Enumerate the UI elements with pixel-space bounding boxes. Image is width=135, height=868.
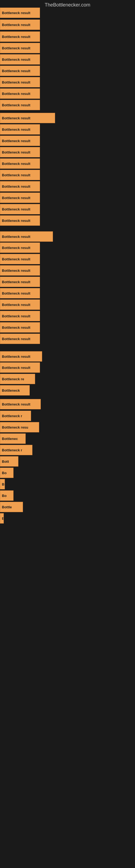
bottleneck-result-label: Bottleneck result [2,150,30,154]
bottleneck-result-bar: Bottleneck result [0,170,40,180]
bottleneck-result-label: Bottleneck result [2,219,30,223]
bottleneck-result-label: Bottleneck result [2,269,30,273]
bottleneck-result-label: Bottleneck r [2,414,22,418]
bottleneck-result-bar: Bottleneck result [0,231,53,242]
bottleneck-result-label: Bottleneck result [2,326,30,330]
bottleneck-result-bar: Bottleneck result [0,399,41,409]
bottleneck-result-label: Bottleneck result [2,35,30,39]
bottleneck-result-label: Bottlenec [2,437,18,441]
bottleneck-result-bar: Bottleneck result [0,265,40,276]
bottleneck-result-bar: Bottleneck result [0,193,40,203]
bottleneck-result-bar: Bottleneck result [0,31,40,42]
bottleneck-result-label: Bottleneck result [2,46,30,50]
bottleneck-result-label: Bottleneck result [2,80,30,84]
bottleneck-result-bar: Bottleneck result [0,204,40,214]
bottleneck-result-label: Bottleneck result [2,116,30,120]
bottleneck-result-label: Bottleneck result [2,23,30,27]
bottleneck-result-label: Bottleneck result [2,303,30,307]
bottleneck-result-bar: Bottleneck r [0,411,31,421]
bottleneck-result-bar: Bottleneck result [0,300,40,310]
bottleneck-result-bar: B [0,479,5,489]
bottleneck-result-bar: Bo [0,490,13,501]
bottleneck-result-label: Bottleneck result [2,207,30,211]
bottleneck-result-bar: Bottleneck result [0,243,40,253]
bottleneck-result-bar: Bottleneck result [0,181,40,191]
bottleneck-result-bar: Bottleneck r [0,445,32,455]
bottleneck-result-bar: Bottle [0,502,23,512]
bottleneck-result-bar: Bottleneck result [0,88,40,99]
bottleneck-result-label: Bottleneck result [2,139,30,143]
bottleneck-result-label: Bottleneck resu [2,425,28,429]
bottleneck-result-label: Bo [2,494,6,498]
bottleneck-result-label: Bottleneck result [2,69,30,73]
bottleneck-result-label: Bottleneck r [2,448,22,452]
bottleneck-result-label: Bottleneck result [2,246,30,250]
bottleneck-result-label: Bottleneck result [2,337,30,341]
bottleneck-result-bar: Bottleneck result [0,147,40,157]
bottleneck-result-label: Bottleneck result [2,92,30,96]
bottleneck-result-label: Bottleneck result [2,103,30,107]
bottleneck-result-bar: Bottleneck result [0,277,40,287]
bottleneck-result-label: Bottleneck result [2,291,30,296]
bottleneck-result-label: Bottleneck result [2,196,30,200]
bottleneck-result-label: Bottle [2,505,12,509]
bottleneck-result-bar: Bo [0,468,13,478]
bottleneck-result-label: Bottleneck result [2,173,30,177]
bottleneck-result-bar: Bottleneck result [0,362,40,373]
bottleneck-result-bar: Bottleneck result [0,288,40,299]
bottleneck-result-bar: Bottleneck result [0,215,40,226]
bottleneck-result-bar: Bottleneck result [0,77,40,87]
bottleneck-result-label: Bottleneck result [2,257,30,261]
bottleneck-result-bar: Bottleneck result [0,351,42,362]
bottleneck-result-bar: Bottleneck [0,385,30,396]
bottleneck-result-label: Bottleneck result [2,280,30,284]
bottleneck-result-bar: Bottleneck result [0,158,40,169]
bottleneck-result-label: Bottleneck result [2,162,30,166]
bottleneck-result-bar: Bottlenec [0,433,26,444]
bottleneck-result-bar: Bottleneck result [0,43,40,53]
bottleneck-result-label: Bottleneck result [2,11,30,15]
bottleneck-result-label: B [2,482,4,486]
bottleneck-result-label: Bottleneck result [2,314,30,318]
bottleneck-result-bar: Bottleneck re [0,374,35,384]
bottleneck-result-bar: Bottleneck result [0,66,40,76]
bottleneck-result-label: Bott [2,460,9,464]
bottleneck-result-bar: Bottleneck result [0,124,40,134]
bottleneck-result-label: Bottleneck result [2,402,30,406]
bottleneck-result-bar: Bottleneck result [0,322,40,333]
bottleneck-result-bar: Bottleneck result [0,254,40,264]
bottleneck-result-bar: Bottleneck result [0,135,40,146]
bottleneck-result-bar: Bottleneck result [0,8,40,18]
bottleneck-result-bar: Bottleneck result [0,311,40,321]
bottleneck-result-label: Bottleneck result [2,184,30,188]
bottleneck-result-label: Bottleneck re [2,377,24,381]
bottleneck-result-bar: Bottleneck result [0,100,40,110]
bottleneck-result-bar: Bott [0,456,18,467]
bottleneck-result-label: Bo [2,471,6,475]
bottleneck-result-bar: Bottleneck result [0,54,40,65]
bottleneck-result-label: Bottleneck result [2,127,30,131]
bottleneck-result-label: Bottleneck result [2,354,30,359]
bottleneck-result-label: Bottleneck result [2,366,30,370]
bottleneck-result-bar: B [0,513,4,524]
bottleneck-result-label: Bottleneck result [2,58,30,62]
bottleneck-result-bar: Bottleneck resu [0,422,39,432]
bottleneck-result-bar: Bottleneck result [0,334,40,344]
bottleneck-result-label: Bottleneck [2,389,20,393]
bottleneck-result-bar: Bottleneck result [0,20,40,30]
bottleneck-result-label: Bottleneck result [2,235,30,239]
bottleneck-result-bar: Bottleneck result [0,113,55,123]
bottleneck-result-label: B [2,517,3,521]
